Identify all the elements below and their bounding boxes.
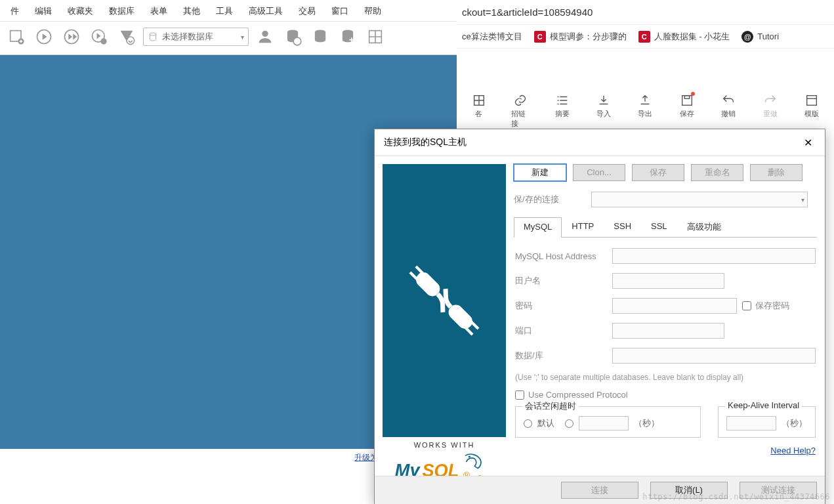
editor-grid-icon[interactable]: 各	[470, 93, 488, 119]
host-label: MySQL Host Address	[515, 251, 607, 261]
bookmarks-bar: ce算法类博文目 C模型调参：分步骤的 C人脸数据集 - 小花生 @Tutori	[457, 25, 834, 49]
svg-rect-15	[682, 96, 692, 106]
execute-next-icon[interactable]	[60, 26, 83, 48]
svg-rect-16	[684, 96, 689, 99]
svg-point-10	[293, 37, 301, 45]
close-button[interactable]: ✕	[799, 135, 817, 150]
tab-advanced[interactable]: 高级功能	[677, 217, 731, 237]
password-label: 密码	[515, 300, 607, 312]
clone-button[interactable]: Clon...	[573, 164, 625, 181]
editor-redo-icon[interactable]: 重做	[761, 93, 779, 119]
tab-ssh[interactable]: SSH	[604, 217, 641, 237]
execute-icon[interactable]	[33, 26, 55, 48]
bookmark-item[interactable]: C模型调参：分步骤的	[534, 31, 627, 43]
svg-point-5	[100, 38, 106, 44]
dialog-titlebar: 连接到我的SQL主机 ✕	[375, 129, 825, 156]
database-selector[interactable]: 未选择数据库 ▾	[143, 28, 249, 46]
menu-item[interactable]: 交易	[291, 4, 323, 18]
username-input[interactable]	[612, 273, 724, 289]
db-refresh-icon[interactable]	[281, 26, 304, 48]
menu-item[interactable]: 编辑	[27, 4, 60, 18]
svg-point-7	[150, 33, 156, 35]
bookmark-item[interactable]: C人脸数据集 - 小花生	[638, 31, 730, 43]
menu-item[interactable]: 收藏夹	[60, 4, 101, 18]
keepalive-group: Keep-Alive Interval （秒）	[718, 406, 816, 438]
menu-item[interactable]: 窗口	[323, 4, 356, 18]
database-label: 数据/库	[515, 350, 607, 362]
password-input[interactable]	[612, 298, 737, 314]
chevron-down-icon: ▾	[801, 196, 804, 203]
editor-undo-icon[interactable]: 撤销	[720, 93, 738, 119]
connection-dialog: 连接到我的SQL主机 ✕	[374, 129, 825, 504]
save-button[interactable]: 保存	[632, 164, 684, 181]
menu-item[interactable]: 工具	[208, 4, 241, 18]
refresh-icon[interactable]	[115, 26, 138, 48]
user-icon[interactable]	[254, 26, 276, 48]
svg-point-6	[127, 37, 135, 45]
editor-list-icon[interactable]: 摘要	[553, 93, 571, 119]
keepalive-seconds-input[interactable]	[726, 416, 776, 430]
save-password-checkbox[interactable]: 保存密码	[742, 300, 789, 312]
bookmark-icon: C	[638, 31, 650, 43]
editor-export-icon[interactable]: 导出	[636, 93, 654, 119]
tabs: MySQL HTTP SSH SSL 高级功能	[514, 217, 817, 238]
database-input[interactable]	[612, 348, 816, 364]
idle-timeout-group: 会话空闲超时 默认 （秒）	[515, 406, 701, 438]
editor-link-icon[interactable]: 招链接	[511, 93, 529, 129]
menu-item[interactable]: 高级工具	[241, 4, 291, 18]
bookmark-item[interactable]: @Tutori	[741, 31, 779, 43]
bookmark-item[interactable]: ce算法类博文目	[462, 31, 522, 43]
idle-seconds-input[interactable]	[579, 416, 629, 430]
svg-point-8	[262, 31, 268, 37]
toolbar: 未选择数据库 ▾	[0, 22, 457, 55]
editor-import-icon[interactable]: 导入	[594, 93, 612, 119]
menu-item[interactable]: 其他	[175, 4, 208, 18]
menu-item[interactable]: 表单	[142, 4, 175, 18]
chevron-down-icon: ▾	[241, 33, 244, 41]
editor-toolbar: 各 招链接 摘要 导入 导出 保存 撤销 重做 模版	[457, 88, 834, 134]
bookmark-icon: C	[534, 31, 546, 43]
grid-icon[interactable]	[364, 26, 386, 48]
database-selector-text: 未选择数据库	[162, 31, 213, 43]
rename-button[interactable]: 重命名	[691, 164, 743, 181]
saved-connections-label: 保/存的连接	[514, 194, 586, 205]
new-button[interactable]: 新建	[514, 164, 566, 181]
svg-point-24	[469, 455, 470, 457]
db-tool-icon[interactable]	[309, 26, 331, 48]
database-icon	[148, 32, 158, 42]
idle-custom-radio[interactable]	[565, 419, 573, 428]
browser-background: ckout=1&articleId=108594940 ce算法类博文目 C模型…	[457, 0, 834, 131]
user-label: 田户名	[515, 275, 607, 287]
tab-http[interactable]: HTTP	[562, 217, 604, 237]
svg-rect-17	[807, 96, 817, 106]
editor-template-icon[interactable]: 模版	[803, 93, 821, 119]
keepalive-legend: Keep-Alive Interval	[725, 400, 802, 410]
editor-save-icon[interactable]: 保存	[678, 93, 696, 119]
address-bar[interactable]: ckout=1&articleId=108594940	[457, 0, 834, 25]
idle-timeout-legend: 会话空闲超时	[522, 400, 579, 412]
host-input[interactable]	[612, 248, 816, 264]
menubar: 件 编辑 收藏夹 数据库 表单 其他 工具 高级工具 交易 窗口 帮助	[0, 0, 457, 22]
tab-ssl[interactable]: SSL	[641, 217, 677, 237]
execute-all-icon[interactable]	[88, 26, 110, 48]
compress-checkbox[interactable]: Use Compressed Protocol	[515, 390, 816, 400]
saved-connections-combo[interactable]: ▾	[591, 192, 808, 207]
delete-button[interactable]: 删除	[750, 164, 803, 181]
bookmark-icon: @	[741, 31, 753, 43]
port-input[interactable]	[612, 323, 724, 339]
db-action-icon[interactable]	[337, 26, 359, 48]
need-help-link[interactable]: Need Help?	[770, 446, 816, 455]
plug-graphic	[383, 164, 506, 437]
idle-default-radio[interactable]	[524, 419, 532, 428]
menu-item[interactable]: 帮助	[356, 4, 389, 18]
dialog-title: 连接到我的SQL主机	[384, 136, 467, 148]
connection-buttons: 新建 Clon... 保存 重命名 删除	[514, 164, 817, 181]
menu-item[interactable]: 件	[3, 4, 27, 18]
help-row: Need Help?	[515, 444, 816, 456]
port-label: 端口	[515, 325, 607, 337]
form-panel: 新建 Clon... 保存 重命名 删除 保/存的连接 ▾ MySQL HTTP…	[514, 164, 817, 496]
tab-mysql[interactable]: MySQL	[514, 217, 562, 238]
new-query-icon[interactable]	[5, 26, 28, 48]
connect-button[interactable]: 连接	[561, 482, 638, 499]
menu-item[interactable]: 数据库	[101, 4, 142, 18]
